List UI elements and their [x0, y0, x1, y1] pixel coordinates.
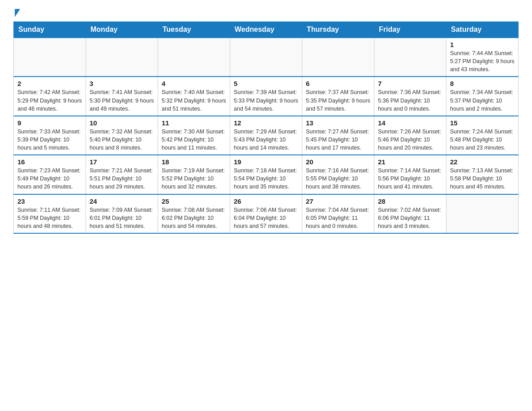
day-number: 28: [378, 197, 442, 205]
day-header-friday: Friday: [374, 22, 446, 38]
day-number: 3: [90, 80, 154, 87]
day-info: Sunrise: 7:04 AM Sunset: 6:05 PM Dayligh…: [306, 206, 370, 230]
calendar-cell: 17Sunrise: 7:21 AM Sunset: 5:51 PM Dayli…: [86, 155, 158, 194]
calendar-cell: 18Sunrise: 7:19 AM Sunset: 5:52 PM Dayli…: [158, 155, 230, 194]
day-info: Sunrise: 7:37 AM Sunset: 5:35 PM Dayligh…: [306, 88, 370, 112]
day-number: 5: [234, 80, 298, 87]
calendar-cell: 14Sunrise: 7:26 AM Sunset: 5:46 PM Dayli…: [374, 116, 446, 155]
calendar-cell: [374, 38, 446, 77]
day-number: 21: [378, 158, 442, 166]
day-number: 9: [17, 119, 82, 127]
day-info: Sunrise: 7:11 AM Sunset: 5:59 PM Dayligh…: [17, 206, 82, 230]
calendar-cell: 3Sunrise: 7:41 AM Sunset: 5:30 PM Daylig…: [86, 77, 158, 116]
calendar-cell: 16Sunrise: 7:23 AM Sunset: 5:49 PM Dayli…: [14, 155, 86, 194]
day-info: Sunrise: 7:02 AM Sunset: 6:06 PM Dayligh…: [378, 206, 442, 230]
day-header-wednesday: Wednesday: [230, 22, 302, 38]
calendar-cell: 13Sunrise: 7:27 AM Sunset: 5:45 PM Dayli…: [302, 116, 374, 155]
calendar-cell: 23Sunrise: 7:11 AM Sunset: 5:59 PM Dayli…: [14, 194, 86, 233]
day-info: Sunrise: 7:24 AM Sunset: 5:48 PM Dayligh…: [450, 128, 515, 152]
day-info: Sunrise: 7:18 AM Sunset: 5:54 PM Dayligh…: [234, 167, 298, 191]
day-info: Sunrise: 7:09 AM Sunset: 6:01 PM Dayligh…: [90, 206, 154, 230]
day-number: 12: [234, 119, 298, 127]
calendar-cell: 27Sunrise: 7:04 AM Sunset: 6:05 PM Dayli…: [302, 194, 374, 233]
day-info: Sunrise: 7:29 AM Sunset: 5:43 PM Dayligh…: [234, 128, 298, 152]
day-info: Sunrise: 7:40 AM Sunset: 5:32 PM Dayligh…: [162, 88, 226, 112]
calendar-cell: 7Sunrise: 7:36 AM Sunset: 5:36 PM Daylig…: [374, 77, 446, 116]
day-number: 20: [306, 158, 370, 166]
day-number: 22: [450, 158, 515, 166]
day-number: 24: [90, 197, 154, 205]
calendar-cell: 9Sunrise: 7:33 AM Sunset: 5:39 PM Daylig…: [14, 116, 86, 155]
calendar-cell: [302, 38, 374, 77]
day-number: 15: [450, 119, 515, 127]
day-number: 7: [378, 80, 442, 87]
calendar-cell: 22Sunrise: 7:13 AM Sunset: 5:58 PM Dayli…: [446, 155, 519, 194]
day-info: Sunrise: 7:26 AM Sunset: 5:46 PM Dayligh…: [378, 128, 442, 152]
day-number: 2: [17, 80, 82, 87]
day-info: Sunrise: 7:30 AM Sunset: 5:42 PM Dayligh…: [162, 128, 226, 152]
calendar-cell: [446, 194, 519, 233]
calendar-cell: [14, 38, 86, 77]
day-number: 1: [450, 41, 515, 48]
page-header: [13, 9, 519, 17]
day-info: Sunrise: 7:39 AM Sunset: 5:33 PM Dayligh…: [234, 88, 298, 112]
calendar-cell: 5Sunrise: 7:39 AM Sunset: 5:33 PM Daylig…: [230, 77, 302, 116]
calendar-cell: 20Sunrise: 7:16 AM Sunset: 5:55 PM Dayli…: [302, 155, 374, 194]
calendar-week-row: 2Sunrise: 7:42 AM Sunset: 5:29 PM Daylig…: [14, 77, 519, 116]
day-info: Sunrise: 7:06 AM Sunset: 6:04 PM Dayligh…: [234, 206, 298, 230]
day-info: Sunrise: 7:41 AM Sunset: 5:30 PM Dayligh…: [90, 88, 154, 112]
calendar-cell: 24Sunrise: 7:09 AM Sunset: 6:01 PM Dayli…: [86, 194, 158, 233]
calendar-cell: [158, 38, 230, 77]
day-info: Sunrise: 7:23 AM Sunset: 5:49 PM Dayligh…: [17, 167, 82, 191]
calendar-cell: 15Sunrise: 7:24 AM Sunset: 5:48 PM Dayli…: [446, 116, 519, 155]
calendar-cell: 4Sunrise: 7:40 AM Sunset: 5:32 PM Daylig…: [158, 77, 230, 116]
calendar-cell: 12Sunrise: 7:29 AM Sunset: 5:43 PM Dayli…: [230, 116, 302, 155]
day-info: Sunrise: 7:33 AM Sunset: 5:39 PM Dayligh…: [17, 128, 82, 152]
day-info: Sunrise: 7:16 AM Sunset: 5:55 PM Dayligh…: [306, 167, 370, 191]
calendar-cell: [230, 38, 302, 77]
logo-arrow-icon: [15, 9, 20, 17]
day-number: 6: [306, 80, 370, 87]
calendar-cell: 2Sunrise: 7:42 AM Sunset: 5:29 PM Daylig…: [14, 77, 86, 116]
day-header-tuesday: Tuesday: [158, 22, 230, 38]
calendar-cell: 1Sunrise: 7:44 AM Sunset: 5:27 PM Daylig…: [446, 38, 519, 77]
day-number: 8: [450, 80, 515, 87]
calendar-header-row: SundayMondayTuesdayWednesdayThursdayFrid…: [14, 22, 519, 38]
calendar-cell: 26Sunrise: 7:06 AM Sunset: 6:04 PM Dayli…: [230, 194, 302, 233]
day-number: 25: [162, 197, 226, 205]
calendar-cell: 25Sunrise: 7:08 AM Sunset: 6:02 PM Dayli…: [158, 194, 230, 233]
day-info: Sunrise: 7:21 AM Sunset: 5:51 PM Dayligh…: [90, 167, 154, 191]
calendar-week-row: 1Sunrise: 7:44 AM Sunset: 5:27 PM Daylig…: [14, 38, 519, 77]
day-info: Sunrise: 7:19 AM Sunset: 5:52 PM Dayligh…: [162, 167, 226, 191]
day-number: 17: [90, 158, 154, 166]
day-number: 23: [17, 197, 82, 205]
day-info: Sunrise: 7:13 AM Sunset: 5:58 PM Dayligh…: [450, 167, 515, 191]
day-number: 14: [378, 119, 442, 127]
day-number: 18: [162, 158, 226, 166]
day-number: 13: [306, 119, 370, 127]
day-header-sunday: Sunday: [14, 22, 86, 38]
calendar-cell: 10Sunrise: 7:32 AM Sunset: 5:40 PM Dayli…: [86, 116, 158, 155]
day-number: 19: [234, 158, 298, 166]
logo: [13, 9, 20, 17]
day-header-thursday: Thursday: [302, 22, 374, 38]
calendar-cell: 11Sunrise: 7:30 AM Sunset: 5:42 PM Dayli…: [158, 116, 230, 155]
day-number: 4: [162, 80, 226, 87]
day-header-monday: Monday: [86, 22, 158, 38]
day-info: Sunrise: 7:32 AM Sunset: 5:40 PM Dayligh…: [90, 128, 154, 152]
calendar-week-row: 23Sunrise: 7:11 AM Sunset: 5:59 PM Dayli…: [14, 194, 519, 233]
day-info: Sunrise: 7:08 AM Sunset: 6:02 PM Dayligh…: [162, 206, 226, 230]
calendar-cell: [86, 38, 158, 77]
day-info: Sunrise: 7:44 AM Sunset: 5:27 PM Dayligh…: [450, 49, 515, 73]
day-number: 16: [17, 158, 82, 166]
day-header-saturday: Saturday: [446, 22, 519, 38]
calendar-cell: 8Sunrise: 7:34 AM Sunset: 5:37 PM Daylig…: [446, 77, 519, 116]
day-number: 11: [162, 119, 226, 127]
calendar-cell: 6Sunrise: 7:37 AM Sunset: 5:35 PM Daylig…: [302, 77, 374, 116]
day-info: Sunrise: 7:34 AM Sunset: 5:37 PM Dayligh…: [450, 88, 515, 112]
day-info: Sunrise: 7:36 AM Sunset: 5:36 PM Dayligh…: [378, 88, 442, 112]
day-number: 26: [234, 197, 298, 205]
calendar-week-row: 9Sunrise: 7:33 AM Sunset: 5:39 PM Daylig…: [14, 116, 519, 155]
calendar-cell: 21Sunrise: 7:14 AM Sunset: 5:56 PM Dayli…: [374, 155, 446, 194]
day-info: Sunrise: 7:27 AM Sunset: 5:45 PM Dayligh…: [306, 128, 370, 152]
